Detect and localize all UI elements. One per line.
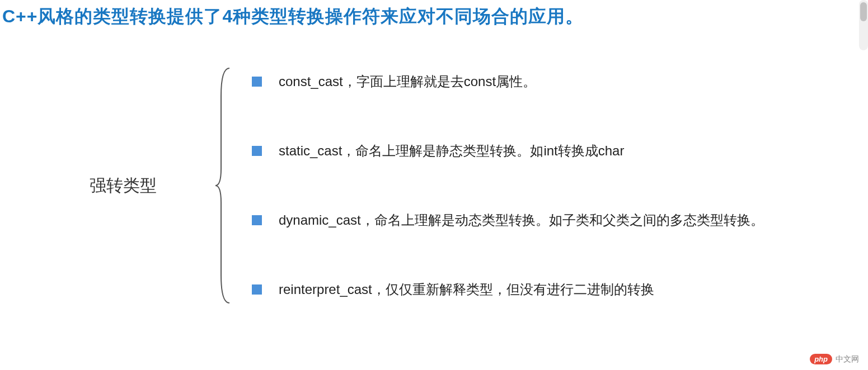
square-bullet-icon bbox=[252, 284, 262, 295]
list-item: reinterpret_cast，仅仅重新解释类型，但没有进行二进制的转换 bbox=[252, 281, 764, 298]
list-item-text: reinterpret_cast，仅仅重新解释类型，但没有进行二进制的转换 bbox=[279, 281, 654, 298]
list-item-text: const_cast，字面上理解就是去const属性。 bbox=[279, 73, 536, 91]
square-bullet-icon bbox=[252, 146, 262, 156]
scrollbar-thumb[interactable] bbox=[860, 2, 867, 21]
list-item-text: static_cast，命名上理解是静态类型转换。如int转换成char bbox=[279, 142, 624, 160]
square-bullet-icon bbox=[252, 215, 262, 225]
category-label: 强转类型 bbox=[0, 174, 213, 197]
page-title: C++风格的类型转换提供了4种类型转换操作符来应对不同场合的应用。 bbox=[0, 0, 868, 29]
list-item: const_cast，字面上理解就是去const属性。 bbox=[252, 73, 764, 91]
list-item: dynamic_cast，命名上理解是动态类型转换。如子类和父类之间的多态类型转… bbox=[252, 211, 764, 229]
brace-icon bbox=[213, 63, 235, 309]
list-item-text: dynamic_cast，命名上理解是动态类型转换。如子类和父类之间的多态类型转… bbox=[279, 211, 764, 229]
watermark-badge: php bbox=[810, 354, 832, 364]
content-area: 强转类型 const_cast，字面上理解就是去const属性。 static_… bbox=[0, 63, 868, 309]
watermark-text: 中文网 bbox=[836, 354, 859, 364]
cast-type-list: const_cast，字面上理解就是去const属性。 static_cast，… bbox=[252, 63, 764, 309]
scrollbar-track[interactable] bbox=[859, 0, 868, 50]
square-bullet-icon bbox=[252, 77, 262, 87]
watermark: php 中文网 bbox=[810, 354, 859, 364]
list-item: static_cast，命名上理解是静态类型转换。如int转换成char bbox=[252, 142, 764, 160]
